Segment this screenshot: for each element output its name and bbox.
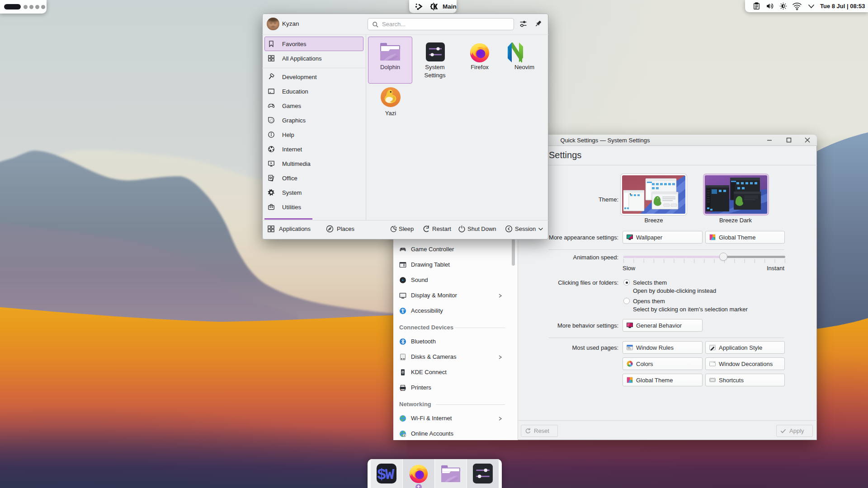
svg-text:W: W bbox=[385, 466, 395, 483]
